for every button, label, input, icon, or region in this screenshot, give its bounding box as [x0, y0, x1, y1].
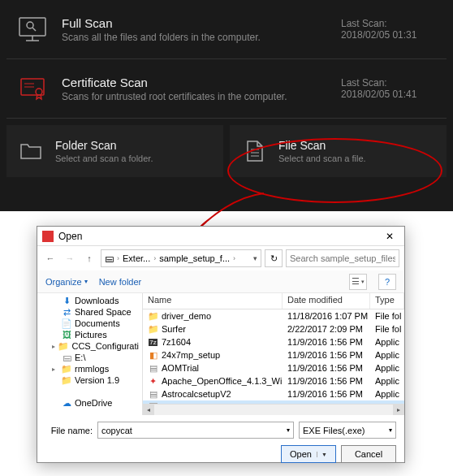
- breadcrumb[interactable]: 🖴 › Exter... › sample_setup_f... › ▾: [101, 249, 261, 267]
- file-list[interactable]: 📁driver_demo11/18/2016 1:07 PMFile fol📁S…: [143, 309, 404, 404]
- full-scan-meta-label: Last Scan:: [341, 18, 438, 29]
- file-type: Applic: [370, 376, 404, 386]
- certificate-icon: [15, 71, 50, 106]
- file-date: 11/9/2016 1:56 PM: [283, 350, 370, 360]
- tree-item[interactable]: 📄Documents: [37, 318, 142, 329]
- app-orange-icon: ◧: [148, 350, 158, 361]
- crumb-2[interactable]: sample_setup_f...: [159, 253, 230, 263]
- file-row[interactable]: 7z7z160411/9/2016 1:56 PMApplic: [143, 335, 404, 348]
- svg-point-3: [27, 22, 33, 28]
- file-row[interactable]: ▤AOMTrial11/9/2016 1:56 PMApplic: [143, 361, 404, 374]
- col-name[interactable]: Name: [143, 293, 283, 309]
- dialog-title: Open: [58, 231, 380, 242]
- file-name: Surfer: [162, 324, 186, 334]
- titlebar: Open ✕: [37, 227, 404, 246]
- app-gray-icon: ▤: [148, 389, 158, 400]
- open-dialog: Open ✕ ← → ↑ 🖴 › Exter... › sample_setup…: [37, 226, 405, 463]
- close-button[interactable]: ✕: [380, 231, 399, 242]
- tree-item[interactable]: 🖴E:\: [37, 352, 142, 363]
- tree-label: rmmlogs: [75, 364, 109, 374]
- chevron-right-icon: ›: [117, 254, 119, 262]
- chevron-right-icon: ›: [153, 254, 156, 262]
- chevron-down-icon[interactable]: ▾: [253, 254, 257, 262]
- archive-icon: 7z: [148, 337, 158, 348]
- refresh-button[interactable]: ↻: [265, 249, 283, 267]
- folder-tree[interactable]: ⬇Downloads⇄Shared Space📄Documents🖼Pictur…: [37, 293, 143, 415]
- filename-label: File name:: [45, 426, 93, 435]
- full-scan-meta-value: 2018/02/05 01:31: [341, 29, 438, 41]
- tree-item[interactable]: 📁Version 1.9: [37, 374, 142, 386]
- file-row[interactable]: 📁Surfer2/22/2017 2:09 PMFile fol: [143, 322, 404, 335]
- file-row[interactable]: ◧24x7mp_setup11/9/2016 1:56 PMApplic: [143, 348, 404, 361]
- filter-value: EXE Files(.exe): [303, 426, 365, 435]
- folder-icon: 📁: [62, 364, 71, 374]
- crumb-1[interactable]: Exter...: [123, 253, 150, 263]
- chevron-down-icon[interactable]: ▾: [389, 426, 392, 434]
- drive-icon: 🖴: [62, 353, 71, 362]
- download-icon: ⬇: [62, 296, 71, 305]
- tree-item[interactable]: ▸📁rmmlogs: [37, 363, 142, 374]
- full-scan-desc: Scans all the files and folders in the c…: [62, 32, 330, 43]
- col-type[interactable]: Type: [370, 293, 404, 309]
- help-button[interactable]: ?: [378, 274, 396, 290]
- file-date: 11/9/2016 1:56 PM: [283, 389, 370, 399]
- horizontal-scrollbar[interactable]: ◂ ▸: [143, 404, 404, 415]
- filename-input[interactable]: copycat ▾: [97, 422, 294, 439]
- file-type-filter[interactable]: EXE Files(.exe) ▾: [299, 422, 396, 439]
- tree-label: Shared Space: [75, 307, 132, 317]
- new-folder-button[interactable]: New folder: [99, 277, 142, 287]
- app-color-icon: ✦: [148, 376, 158, 387]
- blank-icon: [62, 387, 71, 396]
- chevron-down-icon[interactable]: ▾: [287, 426, 290, 434]
- file-name: 7z1604: [162, 337, 191, 347]
- tree-item[interactable]: [37, 386, 142, 397]
- file-type: File fol: [370, 311, 404, 321]
- scroll-left-icon[interactable]: ◂: [143, 405, 154, 416]
- search-input[interactable]: [286, 249, 399, 267]
- monitor-scan-icon: [15, 11, 50, 47]
- forward-button[interactable]: →: [62, 250, 78, 266]
- svg-point-8: [36, 89, 42, 95]
- cert-scan-title: Certificate Scan: [62, 76, 330, 89]
- up-button[interactable]: ↑: [81, 250, 97, 266]
- tree-item[interactable]: ⬇Downloads: [37, 295, 142, 306]
- file-type: File fol: [370, 324, 404, 334]
- folder-scan-card[interactable]: Folder Scan Select and scan a folder.: [6, 125, 223, 177]
- open-button[interactable]: Open▼: [281, 445, 336, 463]
- file-row[interactable]: ✦Apache_OpenOffice_4.1.3_Win_x86_instal.…: [143, 374, 404, 387]
- tree-item[interactable]: ⇄Shared Space: [37, 306, 142, 318]
- organize-menu[interactable]: Organize▾: [45, 277, 88, 287]
- file-type: Applic: [370, 337, 404, 347]
- file-icon: [239, 136, 269, 166]
- file-date: 11/18/2016 1:07 PM: [283, 311, 370, 321]
- file-row[interactable]: ▤AstrocalcsetupV211/9/2016 1:56 PMApplic: [143, 387, 404, 400]
- tree-label: OneDrive: [75, 398, 112, 408]
- folder-icon: [16, 136, 45, 166]
- folder-icon: 📁: [62, 375, 71, 385]
- tree-item[interactable]: ☁OneDrive: [37, 397, 142, 409]
- tree-label: Documents: [75, 318, 120, 328]
- tree-label: Pictures: [75, 330, 107, 340]
- back-button[interactable]: ←: [42, 250, 58, 266]
- file-list-header[interactable]: Name Date modified Type: [143, 293, 404, 309]
- file-date: 11/9/2016 1:56 PM: [283, 376, 370, 386]
- folder-scan-desc: Select and scan a folder.: [55, 154, 214, 163]
- chevron-down-icon[interactable]: ▼: [317, 452, 327, 457]
- folder-icon: 📁: [58, 341, 68, 351]
- tree-label: E:\: [75, 353, 85, 362]
- cert-scan-desc: Scans for untrusted root certificates in…: [62, 91, 330, 102]
- tree-item[interactable]: 🖼Pictures: [37, 329, 142, 340]
- scroll-right-icon[interactable]: ▸: [393, 405, 404, 416]
- full-scan-row[interactable]: Full Scan Scans all the files and folder…: [6, 0, 447, 59]
- search-field[interactable]: [290, 253, 395, 263]
- file-scan-title: File Scan: [278, 139, 437, 152]
- file-scan-card[interactable]: File Scan Select and scan a file.: [230, 125, 447, 177]
- file-row[interactable]: 📁driver_demo11/18/2016 1:07 PMFile fol: [143, 309, 404, 322]
- certificate-scan-row[interactable]: Certificate Scan Scans for untrusted roo…: [6, 59, 447, 119]
- folder-icon: 📁: [148, 324, 158, 335]
- cancel-button[interactable]: Cancel: [341, 445, 396, 463]
- cloud-icon: ☁: [62, 398, 71, 408]
- tree-item[interactable]: ▸📁CCS_Configurati: [37, 340, 142, 352]
- view-menu[interactable]: ☰▾: [349, 274, 367, 290]
- col-date[interactable]: Date modified: [283, 293, 370, 309]
